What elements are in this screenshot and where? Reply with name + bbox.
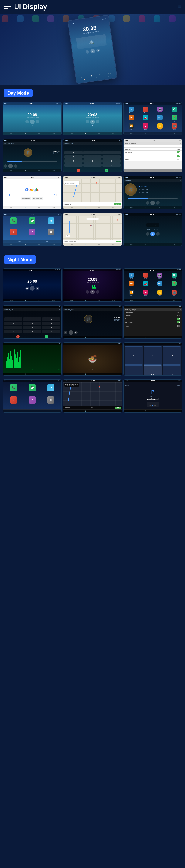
key-7[interactable]: 7 xyxy=(64,159,82,163)
night-key-1[interactable]: 1 xyxy=(4,317,22,321)
night-app-telegram[interactable]: ✈ Telegram xyxy=(125,273,138,280)
next-btn-1[interactable]: ⏭ xyxy=(36,120,39,123)
night-app-maps[interactable]: 📍 Maps xyxy=(167,281,181,289)
night-connect-toggle[interactable] xyxy=(177,321,181,323)
local-next[interactable]: ⏭ xyxy=(156,201,160,205)
key-3[interactable]: 3 xyxy=(102,151,121,154)
ios-phone[interactable]: 📞 xyxy=(4,217,22,227)
ios-settings-2[interactable]: ⚙ xyxy=(42,228,60,239)
night-play-1[interactable]: ⏸ xyxy=(30,286,34,290)
night-app-music[interactable]: ♪ Music xyxy=(139,273,152,280)
night-key-star[interactable]: * xyxy=(4,330,22,333)
prev-btn-2[interactable]: ⏮ xyxy=(86,120,89,123)
call-btn[interactable]: 📞 xyxy=(105,169,108,172)
night-hangup[interactable]: 📞 xyxy=(16,335,20,338)
night-app-nav[interactable]: 🗺 Nav xyxy=(125,281,138,289)
ios-messages[interactable]: 💬 xyxy=(23,217,41,227)
night-power-toggle[interactable] xyxy=(177,325,181,327)
ios-music[interactable]: ♪ xyxy=(4,228,22,239)
bt-prev[interactable]: ⏮ xyxy=(4,164,7,168)
night-ios-music-2[interactable]: ♪ xyxy=(5,397,22,408)
app-nav[interactable]: 🗺 Nav xyxy=(125,115,138,122)
night-prev-1[interactable]: ⏮ xyxy=(25,286,29,290)
app-media[interactable]: ▶ Media xyxy=(139,123,152,131)
setting-power[interactable]: Power xyxy=(124,158,182,161)
night-key-8[interactable]: 8 xyxy=(23,326,41,329)
np-night-prev[interactable]: ⏮ xyxy=(149,404,151,406)
app-music[interactable]: ♪ Music xyxy=(139,106,152,114)
google-search-bar[interactable]: 🎙 xyxy=(7,194,57,196)
night-key-6[interactable]: 6 xyxy=(42,322,60,325)
local-play[interactable]: ⏸ xyxy=(151,200,155,205)
night-prev-2[interactable]: ⏮ xyxy=(86,290,89,293)
go-button[interactable]: GO xyxy=(114,203,121,205)
key-9[interactable]: 9 xyxy=(102,159,121,163)
night-ios-maps-2[interactable]: 🗺 xyxy=(42,384,59,395)
night-key-4[interactable]: 4 xyxy=(4,322,22,325)
key-1[interactable]: 1 xyxy=(64,151,82,154)
night-key-2[interactable]: 2 xyxy=(23,317,41,321)
app-bt[interactable]: BT BT xyxy=(153,115,167,122)
nav-icon[interactable]: ≡ xyxy=(178,4,181,10)
go-button-2[interactable]: GO xyxy=(116,241,121,243)
key-hash[interactable]: # xyxy=(102,163,121,167)
key-0[interactable]: 0 xyxy=(83,163,102,167)
key-4[interactable]: 4 xyxy=(64,155,82,159)
night-next-2[interactable]: ⏭ xyxy=(96,290,99,293)
key-star[interactable]: * xyxy=(64,163,82,167)
music-item-3[interactable]: ♪ 华乐_021.mp3 xyxy=(139,191,180,194)
auto-answer-toggle[interactable] xyxy=(177,151,181,153)
nav-btn-right[interactable]: → xyxy=(163,365,181,375)
nav-btn-up[interactable]: ↑ xyxy=(144,346,162,365)
app-settings[interactable]: ⚙ Settings xyxy=(168,106,181,114)
np-prev[interactable]: ⏮ xyxy=(146,232,149,236)
night-key-hash[interactable]: # xyxy=(42,330,60,333)
setting-auto-answer[interactable]: Auto answer xyxy=(124,151,182,154)
bt-next[interactable]: ⏭ xyxy=(14,164,17,168)
np-night-next[interactable]: ⏭ xyxy=(154,404,156,406)
night-answer-toggle[interactable] xyxy=(177,318,181,320)
night-app-video[interactable]: 📹 Video xyxy=(167,290,181,298)
app-video[interactable]: 📹 Video xyxy=(168,123,181,131)
menu-icon[interactable] xyxy=(4,3,11,10)
nav-btn-tl[interactable]: ↖ xyxy=(125,346,143,365)
app-wifi[interactable]: 📶 WiFi xyxy=(125,123,138,131)
night-app-car[interactable]: 🚗 VehicleCar xyxy=(139,281,152,289)
key-8[interactable]: 8 xyxy=(83,159,102,163)
hangup-btn[interactable]: 📞 xyxy=(77,169,80,172)
nav-btn-enter[interactable]: OK xyxy=(144,365,162,375)
night-app-photos[interactable]: 📷 Photos xyxy=(153,273,166,280)
night-ios-messages[interactable]: 💬 xyxy=(23,384,41,395)
night-bt-next[interactable]: ⏭ xyxy=(74,331,78,334)
night-key-9[interactable]: 9 xyxy=(42,326,60,329)
night-ios-phone[interactable]: 📞 xyxy=(5,384,22,395)
play-btn-1[interactable]: ⏸ xyxy=(30,120,34,124)
music-item-1[interactable]: ▶ 华乐_019.mp3 xyxy=(139,185,180,188)
night-app-bt[interactable]: BT BT xyxy=(153,281,166,289)
nav-btn-tr[interactable]: ↗ xyxy=(163,346,181,365)
night-key-0[interactable]: 0 xyxy=(23,330,41,333)
night-app-store[interactable]: ⭐ Store xyxy=(153,290,166,298)
ios-maps[interactable]: 🗺 xyxy=(42,217,60,227)
next-btn-2[interactable]: ⏭ xyxy=(96,120,99,123)
night-setting-connect[interactable]: Auto connect xyxy=(124,321,182,324)
np-night-play[interactable]: ▶ xyxy=(152,404,154,406)
key-2[interactable]: 2 xyxy=(83,151,102,154)
auto-connect-toggle[interactable] xyxy=(177,155,181,157)
night-play-2[interactable]: ⏸ xyxy=(90,289,95,294)
app-telegram[interactable]: ✈ Telegram xyxy=(125,106,138,114)
night-setting-answer[interactable]: Auto answer xyxy=(124,317,182,321)
night-app-wifi[interactable]: 📶 WiFi xyxy=(125,290,138,298)
night-next-1[interactable]: ⏭ xyxy=(36,286,39,290)
night-ios-settings-3[interactable]: ⚙ xyxy=(42,397,59,408)
night-key-3[interactable]: 3 xyxy=(42,317,60,321)
night-go-btn[interactable]: GO xyxy=(115,407,121,409)
night-bt-play[interactable]: ⏸ xyxy=(69,330,73,335)
night-app-settings[interactable]: ⚙ Settings xyxy=(167,273,181,280)
night-call[interactable]: 📞 xyxy=(45,335,48,338)
app-store[interactable]: ⭐ Store xyxy=(153,123,167,131)
local-prev[interactable]: ⏮ xyxy=(146,201,149,205)
app-photos[interactable]: 📷 Photos xyxy=(153,106,167,114)
key-6[interactable]: 6 xyxy=(102,155,121,159)
prev-btn-1[interactable]: ⏮ xyxy=(25,120,29,123)
